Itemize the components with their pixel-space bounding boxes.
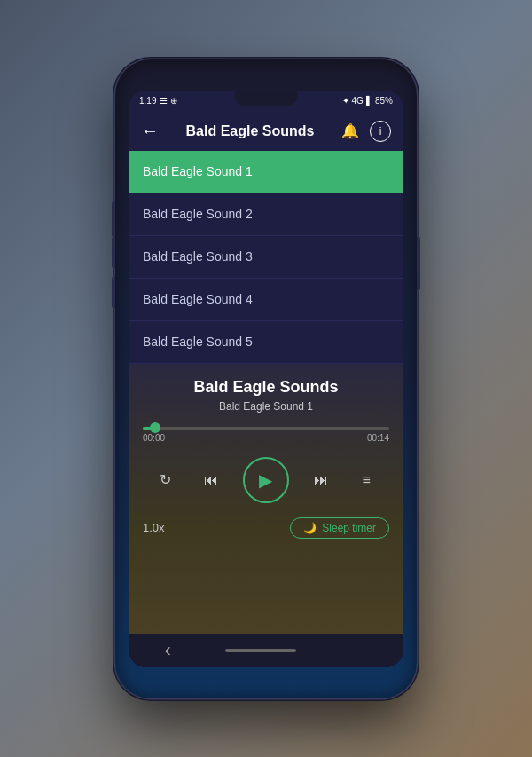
volume-button-1[interactable] [112,237,115,268]
song-label-3: Bald Eagle Sound 3 [143,249,253,264]
nav-back-button[interactable]: ‹ [146,632,188,667]
playlist-icon: ≡ [363,472,371,488]
back-button[interactable]: ← [141,121,159,141]
progress-container[interactable]: 00:00 00:14 [143,427,389,443]
battery-icon: ▌ [366,96,372,106]
player-area: Bald Eagle Sounds Bald Eagle Sound 1 00:… [129,364,403,634]
repeat-icon: ↻ [160,471,171,488]
player-album-title: Bald Eagle Sounds [193,378,338,397]
playback-controls: ↻ ⏮ ▶ ⏭ ≡ [143,457,389,503]
status-right: ✦ 4G ▌ 85% [342,96,393,106]
prev-button[interactable]: ⏮ [197,466,225,494]
phone-frame: 1:19 ☰ ⊕ ✦ 4G ▌ 85% ← Bald Eagle Sounds … [115,59,417,698]
song-item-1[interactable]: Bald Eagle Sound 1 [129,151,403,193]
speed-label[interactable]: 1.0x [143,521,165,534]
battery-label: 85% [375,96,393,106]
play-button[interactable]: ▶ [243,457,289,503]
status-time: 1:19 [139,96,156,106]
song-item-3[interactable]: Bald Eagle Sound 3 [129,236,403,279]
prev-icon: ⏮ [204,472,218,488]
info-button[interactable]: i [370,121,391,142]
signal-label: 4G [352,96,364,106]
time-current: 00:00 [143,433,165,443]
home-indicator[interactable] [225,649,296,652]
bluetooth-icon: ✦ [342,96,349,106]
app-title: Bald Eagle Sounds [186,123,315,139]
phone-notch [235,91,297,106]
song-item-5[interactable]: Bald Eagle Sound 5 [129,321,403,364]
next-button[interactable]: ⏭ [307,466,335,494]
moon-icon: 🌙 [303,522,317,534]
sleep-timer-button[interactable]: 🌙 Sleep timer [290,517,389,539]
progress-track[interactable] [143,427,389,430]
volume-button-2[interactable] [112,277,115,308]
song-item-2[interactable]: Bald Eagle Sound 2 [129,193,403,236]
song-label-4: Bald Eagle Sound 4 [143,292,253,306]
phone-screen: 1:19 ☰ ⊕ ✦ 4G ▌ 85% ← Bald Eagle Sounds … [129,91,403,667]
status-icons: ☰ ⊕ [160,96,177,106]
status-left: 1:19 ☰ ⊕ [139,96,177,106]
bell-icon[interactable]: 🔔 [341,122,359,139]
progress-thumb [150,422,160,433]
song-label-5: Bald Eagle Sound 5 [143,335,253,349]
song-list: Bald Eagle Sound 1 Bald Eagle Sound 2 Ba… [129,151,403,364]
app-bar-icons: 🔔 i [341,121,391,142]
navigation-bar: ‹ [129,634,403,667]
song-label-1: Bald Eagle Sound 1 [143,164,253,178]
play-icon: ▶ [259,469,272,491]
next-icon: ⏭ [314,472,328,488]
player-bottom-row: 1.0x 🌙 Sleep timer [143,517,389,539]
player-track-name: Bald Eagle Sound 1 [219,400,313,413]
repeat-button[interactable]: ↻ [152,466,180,494]
playlist-button[interactable]: ≡ [352,466,380,494]
song-item-4[interactable]: Bald Eagle Sound 4 [129,279,403,321]
time-total: 00:14 [367,433,389,443]
sleep-timer-label: Sleep timer [322,522,376,534]
progress-times: 00:00 00:14 [143,433,389,443]
song-label-2: Bald Eagle Sound 2 [143,207,253,221]
progress-fill [143,427,155,430]
info-icon: i [379,125,382,138]
app-bar: ← Bald Eagle Sounds 🔔 i [129,112,403,151]
